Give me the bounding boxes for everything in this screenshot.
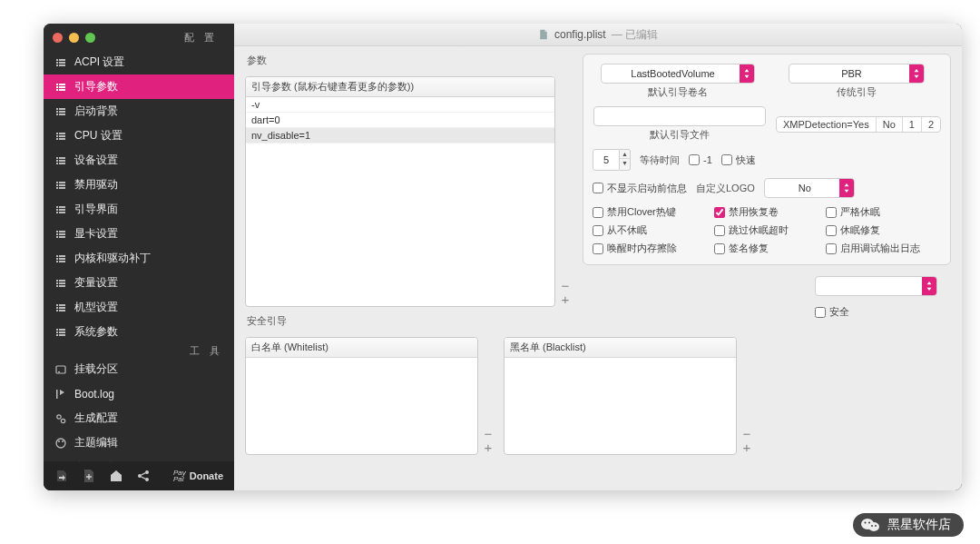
svg-point-4: [61, 419, 64, 422]
sidebar-item-引导参数[interactable]: 引导参数: [44, 74, 234, 99]
stepper-down-icon[interactable]: ▼: [620, 159, 630, 167]
sidebar-item-显卡设置[interactable]: 显卡设置: [44, 222, 234, 246]
sidebar-item-CPU 设置[interactable]: CPU 设置: [44, 124, 234, 148]
new-doc-icon[interactable]: [82, 469, 96, 483]
default-loader-label: 默认引导文件: [650, 128, 710, 142]
option-checkbox-从不休眠[interactable]: 从不休眠: [593, 223, 698, 237]
custom-logo-label: 自定义LOGO: [696, 182, 755, 195]
xmp-seg-2[interactable]: 2: [922, 117, 940, 132]
xmp-label[interactable]: XMPDetection=Yes: [777, 117, 877, 132]
no-early-progress-checkbox[interactable]: 不显示启动前信息: [593, 182, 687, 195]
timeout-minus1-checkbox[interactable]: -1: [689, 154, 712, 165]
sidebar-item-机型设置[interactable]: 机型设置: [44, 295, 234, 320]
chevron-updown-icon[interactable]: [922, 277, 936, 295]
svg-point-17: [865, 522, 867, 524]
sidebar-item-设备设置[interactable]: 设备设置: [44, 148, 234, 173]
boot-arg-row[interactable]: -v: [246, 97, 554, 113]
export-icon[interactable]: [54, 469, 69, 483]
sidebar-item-启动背景[interactable]: 启动背景: [44, 99, 234, 124]
titlebar: config.plist — 已编辑: [234, 24, 962, 46]
watermark-badge: 黑星软件店: [853, 513, 964, 537]
close-icon[interactable]: [53, 33, 63, 43]
option-checkbox-唤醒时内存擦除[interactable]: 唤醒时内存擦除: [593, 242, 698, 255]
xmp-seg-1[interactable]: 1: [903, 117, 922, 132]
sidebar-item-变量设置[interactable]: 变量设置: [44, 271, 234, 295]
option-checkbox-禁用Clover热键[interactable]: 禁用Clover热键: [593, 205, 698, 219]
sidebar-item-安装更新[interactable]: 安装更新: [44, 455, 234, 461]
chevron-updown-icon[interactable]: [909, 64, 924, 83]
list-icon: [54, 228, 67, 241]
paypal-icon: PayPal: [173, 470, 186, 482]
whitelist-add-button[interactable]: +: [482, 440, 495, 453]
sidebar-item-系统参数[interactable]: 系统参数: [44, 320, 234, 344]
mount-icon: [54, 363, 67, 376]
sidebar-item-label: 禁用驱动: [74, 177, 118, 193]
option-checkbox-签名修复[interactable]: 签名修复: [714, 242, 809, 255]
secure-checkbox[interactable]: 安全: [815, 305, 951, 319]
default-loader-input[interactable]: [593, 106, 766, 126]
timeout-input[interactable]: [593, 149, 620, 171]
sidebar-item-label: 引导界面: [74, 202, 118, 217]
list-icon: [54, 130, 67, 143]
options-check-grid: 禁用Clover热键禁用恢复卷严格休眠从不休眠跳过休眠超时休眠修复唤醒时内存擦除…: [593, 205, 941, 255]
chevron-updown-icon[interactable]: [839, 179, 854, 197]
sidebar-item-Boot.log[interactable]: Boot.log: [44, 381, 234, 406]
boot-arg-row[interactable]: dart=0: [246, 113, 554, 128]
sidebar-item-ACPI 设置[interactable]: ACPI 设置: [44, 50, 234, 74]
default-volume-select[interactable]: [601, 64, 755, 84]
list-icon: [54, 179, 67, 192]
params-section-label: 参数: [247, 54, 572, 67]
svg-point-16: [868, 522, 879, 531]
fastboot-checkbox[interactable]: 快速: [721, 153, 756, 167]
home-icon[interactable]: [109, 469, 123, 483]
svg-point-13: [145, 470, 149, 474]
option-checkbox-禁用恢复卷[interactable]: 禁用恢复卷: [714, 205, 809, 219]
sidebar-item-主题编辑[interactable]: 主题编辑: [44, 430, 234, 455]
sidebar-item-内核和驱动补丁[interactable]: 内核和驱动补丁: [44, 246, 234, 271]
chevron-updown-icon[interactable]: [740, 64, 754, 83]
sidebar-item-挂载分区[interactable]: 挂载分区: [44, 357, 234, 381]
option-checkbox-跳过休眠超时[interactable]: 跳过休眠超时: [714, 223, 809, 237]
sidebar-item-label: 显卡设置: [74, 226, 118, 242]
stepper-up-icon[interactable]: ▲: [620, 150, 630, 159]
sidebar-item-引导界面[interactable]: 引导界面: [44, 197, 234, 222]
boot-args-header: 引导参数 (鼠标右键查看更多的参数)): [246, 77, 554, 97]
boot-args-add-button[interactable]: +: [559, 292, 572, 305]
svg-rect-1: [58, 371, 60, 372]
sidebar-item-label: 内核和驱动补丁: [74, 251, 151, 266]
sidebar-item-禁用驱动[interactable]: 禁用驱动: [44, 173, 234, 197]
legacy-select[interactable]: [789, 64, 925, 84]
option-checkbox-启用调试输出日志[interactable]: 启用调试输出日志: [826, 242, 941, 255]
sidebar-list: ACPI 设置引导参数启动背景CPU 设置设备设置禁用驱动引导界面显卡设置内核和…: [44, 48, 234, 461]
whitelist-remove-button[interactable]: −: [482, 427, 495, 440]
donate-button[interactable]: PayPal Donate: [173, 470, 223, 482]
share-icon[interactable]: [136, 469, 151, 483]
boot-options-panel: 默认引导卷名 传统引导: [583, 54, 951, 265]
log-icon: [54, 388, 67, 401]
list-icon: [54, 302, 67, 314]
sidebar-group-config: 配 置: [184, 31, 225, 45]
boot-arg-row[interactable]: nv_disable=1: [246, 128, 554, 143]
svg-rect-0: [56, 366, 65, 373]
secure-boot-select[interactable]: [815, 276, 937, 296]
timeout-stepper[interactable]: ▲▼: [593, 149, 631, 171]
legacy-label: 传统引导: [837, 85, 877, 99]
list-icon: [54, 326, 67, 339]
xmp-seg-no[interactable]: No: [877, 117, 903, 132]
xmp-segmented[interactable]: XMPDetection=Yes No 1 2: [776, 116, 941, 133]
document-icon: [538, 29, 549, 40]
list-icon: [54, 203, 67, 216]
zoom-icon[interactable]: [85, 33, 95, 43]
option-checkbox-休眠修复[interactable]: 休眠修复: [826, 223, 941, 237]
list-icon: [54, 56, 67, 69]
whitelist-list[interactable]: 白名单 (Whitelist): [245, 337, 478, 455]
boot-args-list[interactable]: 引导参数 (鼠标右键查看更多的参数)) -vdart=0nv_disable=1: [245, 76, 555, 307]
title-filename: config.plist: [554, 28, 606, 41]
boot-args-remove-button[interactable]: −: [559, 279, 572, 292]
option-checkbox-严格休眠[interactable]: 严格休眠: [826, 205, 941, 219]
window-controls: 配 置: [44, 24, 234, 48]
svg-point-19: [871, 525, 873, 527]
sidebar-item-生成配置[interactable]: 生成配置: [44, 406, 234, 430]
minimize-icon[interactable]: [69, 33, 79, 43]
sidebar-footer: PayPal Donate: [44, 461, 234, 490]
